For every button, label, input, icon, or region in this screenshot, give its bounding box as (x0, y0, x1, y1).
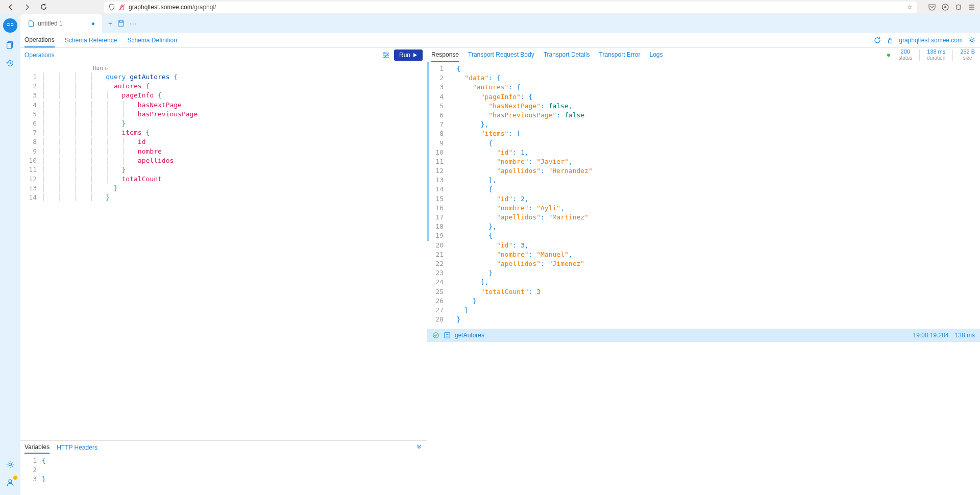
tab-actions: + ⋯ (102, 14, 142, 33)
response-stats: 200status 138 msduration 252 Bsize (887, 48, 980, 61)
editor-settings-icon[interactable] (382, 51, 390, 59)
more-icon[interactable]: ⋯ (130, 20, 136, 28)
tab-title: untitled 1 (38, 20, 63, 27)
browser-toolbar: graphqltest.somee.com/graphql/ ☆ (0, 0, 980, 14)
svg-rect-18 (119, 21, 122, 23)
nav-bar: Operations Schema Reference Schema Defin… (20, 33, 980, 48)
browser-actions (928, 3, 976, 11)
svg-rect-17 (118, 21, 124, 27)
app-root: untitled 1 ● + ⋯ Operations Schema Refer… (0, 14, 980, 495)
extension-icon[interactable] (941, 3, 949, 11)
svg-point-16 (9, 480, 12, 483)
resp-tab-response[interactable]: Response (431, 48, 459, 62)
bookmark-star-icon[interactable]: ☆ (907, 4, 913, 11)
url-text: graphqltest.somee.com/graphql/ (129, 4, 216, 11)
tab-dirty-indicator: ● (91, 20, 95, 27)
endpoint-lock-icon[interactable] (887, 37, 894, 44)
endpoint-label[interactable]: graphqltest.somee.com (899, 37, 963, 44)
forward-button[interactable] (20, 2, 34, 13)
main-area: untitled 1 ● + ⋯ Operations Schema Refer… (20, 14, 980, 495)
svg-point-20 (971, 39, 973, 41)
notification-dot (13, 476, 17, 480)
resp-tab-request-body[interactable]: Transport Request Body (468, 48, 534, 62)
svg-point-25 (386, 54, 388, 56)
nav-tab-operations[interactable]: Operations (24, 33, 55, 47)
response-gutter: 1234567891011121314151617181920212223242… (427, 62, 449, 329)
run-code-lens[interactable]: Run▷ (42, 64, 427, 72)
pocket-icon[interactable] (928, 3, 936, 11)
svg-point-7 (5, 20, 15, 31)
tab-variables[interactable]: Variables (24, 441, 50, 454)
workspace: Operations Run 123456789101 (20, 48, 980, 495)
document-tab-1[interactable]: untitled 1 ● (20, 14, 102, 33)
back-button[interactable] (4, 2, 17, 13)
query-gutter: 1234567891011121314 (20, 62, 42, 440)
query-code: Run▷ │ │ │ │ query getAutores { │ │ │ │ … (42, 62, 427, 440)
document-tabs: untitled 1 ● + ⋯ (20, 14, 980, 33)
history-operation-name: getAutores (455, 332, 484, 339)
history-duration: 138 ms (955, 332, 975, 339)
svg-rect-14 (7, 43, 12, 49)
svg-point-26 (384, 56, 386, 58)
tab-http-headers[interactable]: HTTP Headers (57, 442, 97, 453)
success-check-icon (432, 332, 439, 339)
svg-point-24 (383, 52, 385, 54)
file-icon (28, 20, 35, 27)
endpoint-settings-icon[interactable] (968, 36, 976, 44)
svg-rect-19 (889, 40, 892, 43)
history-icon[interactable] (4, 57, 16, 69)
menu-icon[interactable] (968, 3, 976, 11)
collapse-panel-icon[interactable] (415, 444, 423, 451)
response-header: Response Transport Request Body Transpor… (427, 48, 980, 62)
run-button[interactable]: Run (394, 50, 423, 61)
history-bar[interactable]: getAutores 19:00:19.204 138 ms (427, 329, 980, 342)
documents-icon[interactable] (4, 39, 16, 51)
resp-tab-details[interactable]: Transport Details (544, 48, 590, 62)
history-list-empty (427, 342, 980, 495)
operations-header-label: Operations (20, 52, 55, 59)
scroll-indicator (427, 62, 429, 241)
svg-rect-28 (445, 333, 450, 338)
puzzle-icon[interactable] (954, 3, 963, 11)
nav-tab-schema-reference[interactable]: Schema Reference (65, 34, 117, 47)
svg-point-3 (944, 6, 946, 8)
reload-button[interactable] (37, 2, 50, 13)
shield-icon (108, 4, 115, 11)
operations-header: Operations Run (20, 48, 427, 62)
response-code: { "data": { "autores": { "pageInfo": { "… (449, 62, 980, 329)
operations-pane: Operations Run 123456789101 (20, 48, 427, 495)
settings-gear-icon[interactable] (4, 458, 16, 471)
resp-tab-error[interactable]: Transport Error (599, 48, 641, 62)
svg-point-15 (9, 463, 11, 465)
variables-gutter: 123 (20, 454, 42, 495)
user-icon[interactable] (4, 477, 16, 489)
response-pane: Response Transport Request Body Transpor… (427, 48, 980, 495)
query-editor[interactable]: 1234567891011121314 Run▷ │ │ │ │ query g… (20, 62, 427, 440)
app-logo[interactable] (3, 18, 17, 33)
svg-rect-12 (7, 24, 14, 24)
add-tab-button[interactable]: + (108, 20, 112, 28)
status-indicator (887, 54, 890, 57)
refresh-schema-icon[interactable] (873, 36, 881, 44)
sidebar (0, 14, 20, 495)
variables-editor[interactable]: 123 { } (20, 454, 427, 495)
history-timestamp: 19:00:19.204 (913, 332, 949, 339)
operation-type-icon (444, 332, 451, 339)
resp-tab-logs[interactable]: Logs (650, 48, 663, 62)
save-icon[interactable] (117, 20, 125, 27)
response-viewer[interactable]: 1234567891011121314151617181920212223242… (427, 62, 980, 329)
url-bar[interactable]: graphqltest.somee.com/graphql/ ☆ (104, 2, 917, 13)
variables-panel: Variables HTTP Headers 123 { (20, 440, 427, 495)
nav-tab-schema-definition[interactable]: Schema Definition (127, 34, 177, 47)
insecure-lock-icon (118, 4, 126, 11)
